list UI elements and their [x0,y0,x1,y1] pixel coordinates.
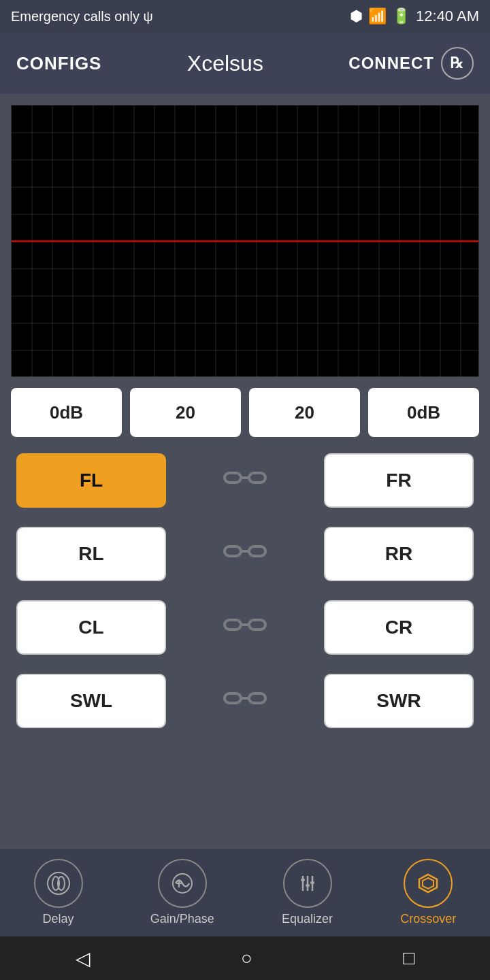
rr-button[interactable]: RR [324,527,474,581]
svg-point-46 [57,882,60,885]
tab-equalizer[interactable]: Equalizer [282,859,333,926]
reference-line [12,240,478,242]
chain-link-svg-0 [221,463,269,497]
connect-area[interactable]: CONNECT ℞ [348,47,474,80]
crossover-icon [404,859,453,908]
db-btn-0[interactable]: 0dB [11,388,122,437]
channel-row-fl-fr: FL FR [16,453,474,508]
delay-label: Delay [43,912,74,926]
channels-area: FL FR RL RR CL [0,448,490,753]
status-signal-icon: 📶 [368,7,387,25]
channel-row-swl-swr: SWL SWR [16,674,474,728]
status-emergency: Emergency calls only ψ [11,9,153,24]
delay-icon [34,859,83,908]
status-time: 12:40 AM [416,7,479,25]
swl-button[interactable]: SWL [16,674,166,728]
svg-rect-34 [225,546,241,556]
svg-rect-37 [225,620,241,630]
gainphase-icon [158,859,207,908]
svg-marker-57 [423,878,434,889]
tab-crossover[interactable]: Crossover [400,859,456,926]
svg-rect-31 [225,473,241,483]
chain-link-svg-1 [221,537,269,571]
swr-button[interactable]: SWR [324,674,474,728]
rl-rr-link-icon[interactable] [218,537,272,571]
swl-swr-link-icon[interactable] [218,684,272,718]
bluetooth-icon[interactable]: ℞ [441,47,474,80]
status-bar: Emergency calls only ψ ⬢ 📶 🔋 12:40 AM [0,0,490,33]
app-title: Xcelsus [187,51,263,76]
chain-link-svg-2 [221,610,269,644]
svg-rect-54 [306,884,310,887]
svg-rect-38 [249,620,265,630]
tab-bar: Delay Gain/Phase Equalizer [0,848,490,936]
db-btn-3[interactable]: 0dB [368,388,479,437]
svg-rect-40 [225,693,241,703]
svg-rect-55 [310,881,314,884]
frequency-graph [11,105,479,377]
status-right: ⬢ 📶 🔋 12:40 AM [350,7,479,25]
tab-delay[interactable]: Delay [34,859,83,926]
fl-button[interactable]: FL [16,453,166,508]
svg-rect-32 [249,473,265,483]
equalizer-label: Equalizer [282,912,333,926]
system-nav: ◁ ○ □ [0,936,490,980]
status-bluetooth-icon: ⬢ [350,7,363,25]
equalizer-icon [283,859,332,908]
status-battery-icon: 🔋 [392,7,410,25]
tab-gainphase[interactable]: Gain/Phase [150,859,214,926]
db-btn-1[interactable]: 20 [130,388,241,437]
connect-label: CONNECT [348,54,434,73]
crossover-label: Crossover [400,912,456,926]
channel-row-rl-rr: RL RR [16,527,474,581]
svg-rect-53 [301,879,305,881]
gainphase-label: Gain/Phase [150,912,214,926]
channel-row-cl-cr: CL CR [16,600,474,655]
top-nav: CONFIGS Xcelsus CONNECT ℞ [0,33,490,94]
cl-button[interactable]: CL [16,600,166,655]
rl-button[interactable]: RL [16,527,166,581]
svg-rect-41 [249,693,265,703]
home-button[interactable]: ○ [241,947,252,969]
svg-rect-35 [249,546,265,556]
cr-button[interactable]: CR [324,600,474,655]
fl-fr-link-icon[interactable] [218,463,272,497]
recents-button[interactable]: □ [403,947,414,969]
db-row: 0dB 20 20 0dB [11,388,479,437]
db-btn-2[interactable]: 20 [249,388,360,437]
fr-button[interactable]: FR [324,453,474,508]
back-button[interactable]: ◁ [76,947,91,970]
configs-button[interactable]: CONFIGS [16,53,101,74]
cl-cr-link-icon[interactable] [218,610,272,644]
chain-link-svg-3 [221,684,269,718]
